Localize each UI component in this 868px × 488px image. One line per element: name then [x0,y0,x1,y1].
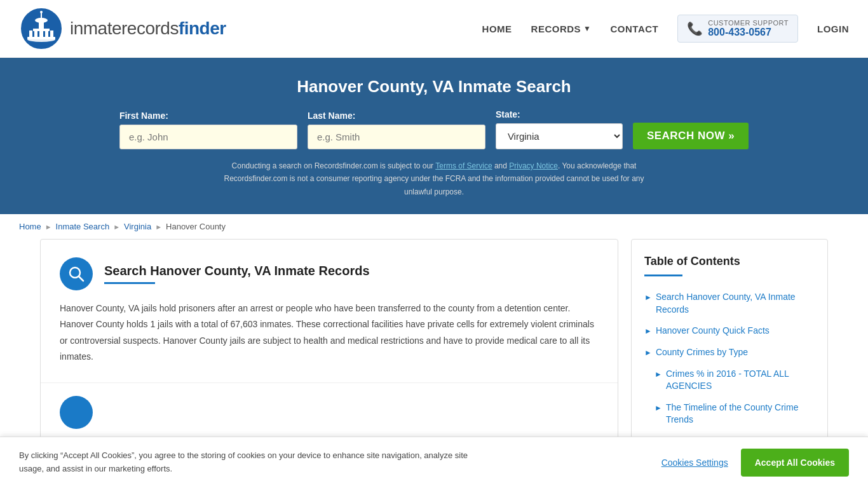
toc-item-4[interactable]: ► Crimes % in 2016 - TOTAL ALL AGENCIES [644,363,815,397]
cookie-settings-button[interactable]: Cookies Settings [661,458,728,459]
svg-rect-3 [29,30,32,37]
nav-home[interactable]: HOME [482,24,512,34]
nav-login[interactable]: LOGIN [817,24,849,34]
toc-item-1[interactable]: ► Search Hanover County, VA Inmate Recor… [644,287,815,320]
last-name-group: Last Name: [308,111,485,149]
svg-rect-6 [45,30,48,37]
cookie-banner: By clicking “Accept All Cookies”, you ag… [0,437,868,459]
last-name-input[interactable] [308,125,485,149]
customer-support[interactable]: 📞 CUSTOMER SUPPORT 800-433-0567 [677,15,798,43]
logo-text: inmaterecordsfinder [70,18,226,39]
cookie-accept-button[interactable]: Accept All Cookies [741,449,849,459]
breadcrumb-sep-2: ► [113,223,120,231]
toc-chevron-3: ► [644,348,652,358]
toc-item-2[interactable]: ► Hanover County Quick Facts [644,320,815,342]
svg-rect-7 [50,30,53,37]
cookie-text: By clicking “Accept All Cookies”, you ag… [19,449,477,459]
support-info: CUSTOMER SUPPORT 800-433-0567 [708,19,789,38]
toc-item-3[interactable]: ► County Crimes by Type [644,342,815,363]
nav-contact[interactable]: CONTACT [611,24,659,34]
header: inmaterecordsfinder HOME RECORDS ▼ CONTA… [0,0,868,58]
hero-disclaimer: Conducting a search on Recordsfinder.com… [212,159,656,198]
svg-point-12 [40,11,43,13]
hero-section: Hanover County, VA Inmate Search First N… [0,58,868,214]
logo-icon [19,6,64,51]
toc-chevron-2: ► [644,326,652,337]
section-title: Search Hanover County, VA Inmate Records [104,264,370,278]
section-title-underline [104,282,155,284]
terms-of-service-link[interactable]: Terms of Service [435,161,492,170]
logo[interactable]: inmaterecordsfinder [19,6,226,51]
breadcrumb-home[interactable]: Home [19,222,41,231]
toc-chevron-4: ► [654,369,662,380]
bottom-icon-area [41,383,618,442]
hero-title: Hanover County, VA Inmate Search [13,77,855,97]
records-dropdown-icon: ▼ [583,24,591,33]
svg-rect-8 [33,29,50,31]
search-button[interactable]: SEARCH NOW » [633,123,749,149]
toc-title: Table of Contents [644,255,815,268]
section-title-wrap: Search Hanover County, VA Inmate Records [104,264,370,284]
breadcrumb-state[interactable]: Virginia [124,222,151,231]
privacy-notice-link[interactable]: Privacy Notice [509,161,558,170]
sidebar-toc: Table of Contents ► Search Hanover Count… [631,239,828,447]
svg-line-14 [79,276,83,281]
content-area: Search Hanover County, VA Inmate Records… [40,239,618,447]
toc-chevron-1: ► [644,292,652,303]
section-inmate-records: Search Hanover County, VA Inmate Records… [41,240,618,383]
breadcrumb-inmate-search[interactable]: Inmate Search [56,222,110,231]
svg-rect-2 [27,37,55,39]
breadcrumb: Home ► Inmate Search ► Virginia ► Hanove… [0,214,868,239]
search-icon-svg [67,265,85,283]
section-header: Search Hanover County, VA Inmate Records [60,257,599,290]
search-form: First Name: Last Name: State: Virginia A… [13,109,855,149]
section-search-icon [60,257,93,290]
section-body: Hanover County, VA jails hold prisoners … [60,301,599,365]
breadcrumb-county: Hanover County [166,222,226,231]
breadcrumb-sep-1: ► [45,223,52,231]
bottom-section-icon [60,396,93,429]
main-content: Search Hanover County, VA Inmate Records… [27,239,841,459]
toc-item-5[interactable]: ► The Timeline of the County Crime Trend… [644,397,815,431]
toc-chevron-5: ► [654,403,662,414]
svg-rect-5 [39,30,43,37]
svg-rect-4 [34,30,37,37]
state-label: State: [496,109,520,119]
first-name-label: First Name: [119,111,168,121]
first-name-group: First Name: [119,111,297,149]
last-name-label: Last Name: [308,111,355,121]
state-select[interactable]: Virginia Alabama Alaska Arizona Arkansas… [496,123,623,149]
nav-records[interactable]: RECORDS ▼ [531,24,592,34]
main-nav: HOME RECORDS ▼ CONTACT 📞 CUSTOMER SUPPOR… [482,15,849,43]
state-group: State: Virginia Alabama Alaska Arizona A… [496,109,623,149]
phone-icon: 📞 [687,21,703,36]
first-name-input[interactable] [119,125,297,149]
cookie-actions: Cookies Settings Accept All Cookies [661,449,849,459]
breadcrumb-sep-3: ► [155,223,162,231]
toc-underline [644,274,682,276]
